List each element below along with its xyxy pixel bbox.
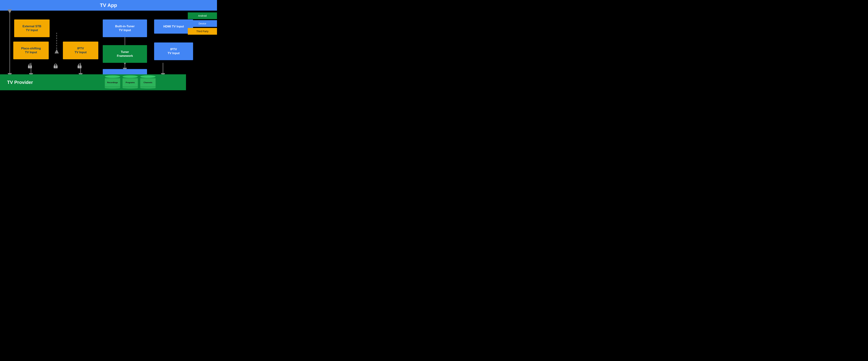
legend-device: Device — [188, 20, 217, 27]
lock-icon-3 — [78, 64, 82, 68]
legend-android: Android — [188, 12, 217, 19]
cylinder-top-3 — [140, 75, 156, 78]
recordings-label: Recordings — [107, 81, 118, 84]
recordings-cylinder: Recordings — [104, 75, 120, 89]
cylinder-top-2 — [122, 75, 138, 78]
channels-cylinder: Channels — [140, 75, 156, 89]
cylinder-group: Recordings Programs Channels — [104, 75, 156, 89]
tv-provider-footer: TV Provider — [0, 74, 186, 90]
iptv-right-box: IPTVTV Input — [154, 42, 193, 60]
place-shifting-box: Place-shiftingTV Input — [13, 41, 49, 59]
built-in-tuner-box: Built-in-TunerTV Input — [103, 20, 147, 37]
programs-label: Programs — [125, 81, 135, 84]
cylinder-bottom — [104, 87, 120, 89]
legend-third-party: Third Party — [188, 28, 217, 35]
channels-label: Channels — [143, 81, 153, 84]
cylinder-bottom-3 — [140, 87, 156, 89]
hdmi-tv-input-box: HDMI TV Input — [154, 20, 193, 34]
cylinder-body-2: Programs — [122, 78, 138, 87]
tv-provider-label: TV Provider — [7, 79, 33, 85]
programs-cylinder: Programs — [122, 75, 138, 89]
cylinder-bottom-2 — [122, 87, 138, 89]
cylinder-body-3: Channels — [140, 78, 156, 87]
cylinder-body: Recordings — [104, 78, 120, 87]
iptv-left-box: IPTVTV Input — [63, 41, 98, 59]
external-stb-box: External STBTV Input — [14, 20, 50, 37]
lock-icon-1 — [28, 64, 32, 68]
tuner-framework-green-box: TunerFramework — [103, 45, 147, 63]
tv-app-label: TV App — [100, 2, 117, 8]
lock-icon-2 — [54, 64, 58, 68]
tv-app-header: TV App — [0, 0, 217, 11]
legend: Android Device Third Party — [188, 12, 217, 35]
cylinder-top — [104, 75, 120, 78]
